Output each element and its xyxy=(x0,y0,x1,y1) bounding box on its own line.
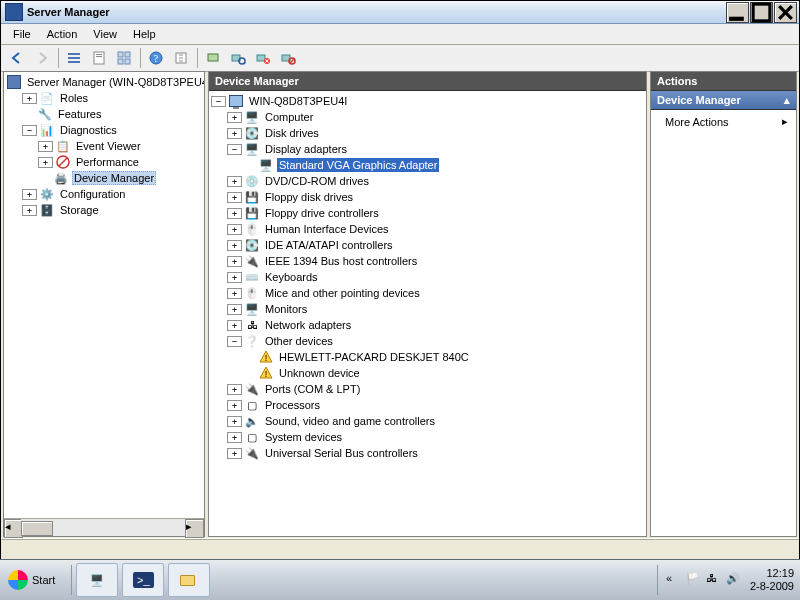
device-root[interactable]: − WIN-Q8D8T3PEU4I xyxy=(211,93,646,109)
expand-icon[interactable]: + xyxy=(227,304,242,315)
expand-icon[interactable]: + xyxy=(227,240,242,251)
tray-network-icon[interactable]: 🖧 xyxy=(706,572,722,588)
uninstall-icon[interactable] xyxy=(251,46,275,70)
collapse-icon[interactable]: − xyxy=(211,96,226,107)
device-item[interactable]: !Unknown device xyxy=(243,365,646,381)
device-category[interactable]: +🖧Network adapters xyxy=(227,317,646,333)
tree-device-manager[interactable]: 🖨️Device Manager xyxy=(38,170,204,186)
main-area: Server Manager (WIN-Q8D8T3PEU4I) +📄Roles… xyxy=(3,71,797,537)
tree-features[interactable]: 🔧Features xyxy=(22,106,204,122)
expand-icon[interactable]: + xyxy=(227,320,242,331)
expand-icon[interactable]: + xyxy=(227,112,242,123)
left-scrollbar[interactable]: ◂ ▸ xyxy=(4,518,204,536)
expand-icon[interactable]: + xyxy=(227,384,242,395)
device-category[interactable]: +🔌IEEE 1394 Bus host controllers xyxy=(227,253,646,269)
device-item[interactable]: !HEWLETT-PACKARD DESKJET 840C xyxy=(243,349,646,365)
device-category[interactable]: +💿DVD/CD-ROM drives xyxy=(227,173,646,189)
tree-root[interactable]: Server Manager (WIN-Q8D8T3PEU4I) xyxy=(6,74,204,90)
device-category[interactable]: +⌨️Keyboards xyxy=(227,269,646,285)
toolbar-sep xyxy=(197,48,198,68)
close-button[interactable] xyxy=(774,2,797,23)
taskbar-item-powershell[interactable]: >_ xyxy=(122,563,164,597)
svg-rect-9 xyxy=(96,56,102,57)
device-category[interactable]: +🖥️Computer xyxy=(227,109,646,125)
expand-icon[interactable]: + xyxy=(227,272,242,283)
expand-icon[interactable]: + xyxy=(22,93,37,104)
tree-roles[interactable]: +📄Roles xyxy=(22,90,204,106)
toolbar-export-icon[interactable] xyxy=(169,46,193,70)
taskbar-item-explorer[interactable] xyxy=(168,563,210,597)
device-category[interactable]: +🔌Universal Serial Bus controllers xyxy=(227,445,646,461)
console-tree[interactable]: Server Manager (WIN-Q8D8T3PEU4I) +📄Roles… xyxy=(4,72,204,518)
scan-hardware-icon[interactable] xyxy=(226,46,250,70)
expand-icon[interactable]: + xyxy=(227,176,242,187)
expand-icon[interactable]: + xyxy=(227,432,242,443)
expand-icon[interactable]: + xyxy=(227,224,242,235)
expand-icon[interactable]: + xyxy=(227,256,242,267)
device-category[interactable]: +💾Floppy disk drives xyxy=(227,189,646,205)
device-item-selected[interactable]: 🖥️Standard VGA Graphics Adapter xyxy=(243,157,646,173)
device-category[interactable]: +▢Processors xyxy=(227,397,646,413)
toolbar-device-icon[interactable] xyxy=(201,46,225,70)
expand-icon[interactable]: + xyxy=(22,205,37,216)
tree-event-viewer[interactable]: +📋Event Viewer xyxy=(38,138,204,154)
clock[interactable]: 12:19 2-8-2009 xyxy=(750,567,794,593)
taskbar-item-server-manager[interactable]: 🖥️ xyxy=(76,563,118,597)
minimize-button[interactable] xyxy=(726,2,749,23)
titlebar[interactable]: Server Manager xyxy=(1,1,799,24)
device-category[interactable]: +🖱️Human Interface Devices xyxy=(227,221,646,237)
device-category-label: Network adapters xyxy=(263,318,353,332)
more-actions-link[interactable]: More Actions ▸ xyxy=(651,110,796,133)
expand-icon[interactable]: + xyxy=(227,192,242,203)
tree-diagnostics[interactable]: −📊Diagnostics xyxy=(22,122,204,138)
scroll-thumb[interactable] xyxy=(21,521,53,536)
back-button[interactable] xyxy=(5,46,29,70)
tree-performance[interactable]: +Performance xyxy=(38,154,204,170)
tree-configuration[interactable]: +⚙️Configuration xyxy=(22,186,204,202)
expand-icon[interactable]: + xyxy=(227,208,242,219)
expand-icon[interactable]: + xyxy=(227,416,242,427)
device-category[interactable]: −❔Other devices xyxy=(227,333,646,349)
toolbar: ? xyxy=(1,45,799,72)
menu-file[interactable]: File xyxy=(5,26,39,42)
device-tree[interactable]: − WIN-Q8D8T3PEU4I +🖥️Computer+💽Disk driv… xyxy=(209,91,646,536)
device-category[interactable]: −🖥️Display adapters xyxy=(227,141,646,157)
toolbar-view-icon[interactable] xyxy=(62,46,86,70)
help-icon[interactable]: ? xyxy=(144,46,168,70)
device-category[interactable]: +🔈Sound, video and game controllers xyxy=(227,413,646,429)
forward-button[interactable] xyxy=(30,46,54,70)
actions-section-header[interactable]: Device Manager ▴ xyxy=(651,91,796,110)
expand-icon[interactable]: + xyxy=(227,448,242,459)
menu-action[interactable]: Action xyxy=(39,26,86,42)
expand-icon[interactable]: + xyxy=(227,128,242,139)
tray-flag-icon[interactable]: 🏳️ xyxy=(686,572,702,588)
expand-icon[interactable]: + xyxy=(22,189,37,200)
device-category[interactable]: +▢System devices xyxy=(227,429,646,445)
collapse-icon[interactable]: − xyxy=(227,336,242,347)
tree-storage[interactable]: +🗄️Storage xyxy=(22,202,204,218)
expand-icon[interactable]: + xyxy=(227,400,242,411)
collapse-icon[interactable]: − xyxy=(227,144,242,155)
toolbar-sep xyxy=(58,48,59,68)
device-category[interactable]: +💾Floppy drive controllers xyxy=(227,205,646,221)
maximize-button[interactable] xyxy=(750,2,773,23)
device-category[interactable]: +🔌Ports (COM & LPT) xyxy=(227,381,646,397)
scroll-right-button[interactable]: ▸ xyxy=(185,519,204,538)
expand-icon[interactable]: + xyxy=(38,141,53,152)
expand-icon[interactable]: + xyxy=(227,288,242,299)
device-category[interactable]: +💽IDE ATA/ATAPI controllers xyxy=(227,237,646,253)
device-category[interactable]: +💽Disk drives xyxy=(227,125,646,141)
menu-view[interactable]: View xyxy=(85,26,125,42)
device-category[interactable]: +🖥️Monitors xyxy=(227,301,646,317)
collapse-icon[interactable]: − xyxy=(22,125,37,136)
device-category-label: DVD/CD-ROM drives xyxy=(263,174,371,188)
toolbar-props-icon[interactable] xyxy=(87,46,111,70)
tray-expand-icon[interactable]: « xyxy=(666,572,682,588)
menu-help[interactable]: Help xyxy=(125,26,164,42)
start-button[interactable]: Start xyxy=(4,565,63,595)
expand-icon[interactable]: + xyxy=(38,157,53,168)
toolbar-grid-icon[interactable] xyxy=(112,46,136,70)
disable-icon[interactable] xyxy=(276,46,300,70)
device-category[interactable]: +🖱️Mice and other pointing devices xyxy=(227,285,646,301)
tray-volume-icon[interactable]: 🔊 xyxy=(726,572,742,588)
